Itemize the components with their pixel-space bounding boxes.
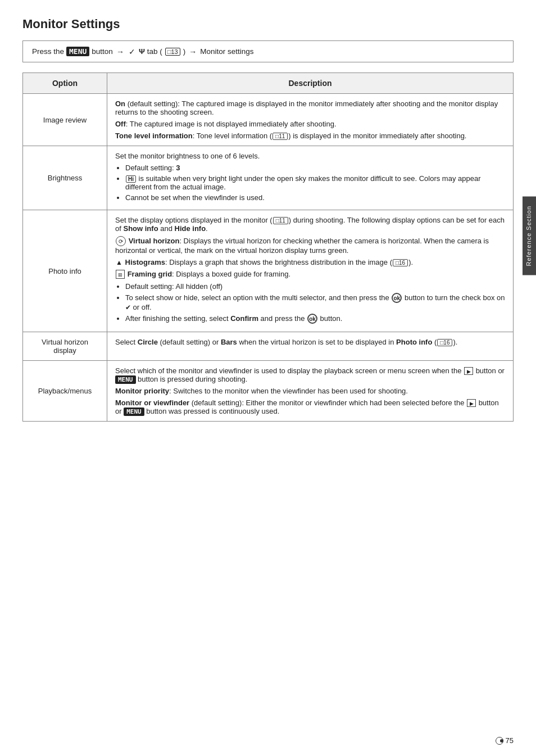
horizon-icon: ⟳ [116, 236, 126, 246]
option-image-review: Image review [23, 94, 107, 146]
page-ref-13: □13 [165, 48, 180, 56]
side-tab-label: Reference Section [523, 197, 536, 275]
col-header-option: Option [23, 73, 107, 94]
col-header-description: Description [107, 73, 514, 94]
page-number: 75 [496, 736, 514, 745]
ok-button-icon: ok [392, 293, 402, 303]
menu-keyword-3: MENU [124, 408, 144, 416]
arrow-icon-2: → [189, 47, 197, 56]
desc-photo-info: Set the display options displayed in the… [107, 210, 514, 332]
page-number-text: 75 [506, 736, 514, 745]
option-brightness: Brightness [23, 146, 107, 210]
menu-instruction: Press the MENU button → ✓ Ψ tab (□13) → … [22, 40, 514, 62]
table-row: Photo info Set the display options displ… [23, 210, 514, 332]
option-virtual-horizon: Virtual horizon display [23, 332, 107, 361]
settings-table: Option Description Image review On (defa… [22, 73, 514, 422]
play-button-icon: ▶ [464, 367, 473, 375]
option-playback-menus: Playback/menus [23, 361, 107, 422]
table-row: Image review On (default setting): The c… [23, 94, 514, 146]
table-row: Virtual horizon display Select Circle (d… [23, 332, 514, 361]
desc-virtual-horizon: Select Circle (default setting) or Bars … [107, 332, 514, 361]
play-button-icon-2: ▶ [467, 399, 476, 407]
wrench-icon: ✓ [129, 47, 135, 56]
histogram-icon: ▲ [116, 259, 122, 266]
desc-image-review: On (default setting): The captured image… [107, 94, 514, 146]
framing-grid-icon: ⊞ [116, 270, 125, 279]
menu-keyword-2: MENU [115, 375, 136, 384]
table-row: Brightness Set the monitor brightness to… [23, 146, 514, 210]
option-photo-info: Photo info [23, 210, 107, 332]
ok-button-icon-2: ok [307, 314, 317, 324]
desc-playback-menus: Select which of the monitor and viewfind… [107, 361, 514, 422]
page-dot-icon [496, 737, 503, 745]
arrow-icon: → [116, 47, 124, 56]
page-title: Monitor Settings [22, 17, 514, 31]
menu-keyword: MENU [66, 47, 89, 56]
desc-brightness: Set the monitor brightness to one of 6 l… [107, 146, 514, 210]
table-row: Playback/menus Select which of the monit… [23, 361, 514, 422]
